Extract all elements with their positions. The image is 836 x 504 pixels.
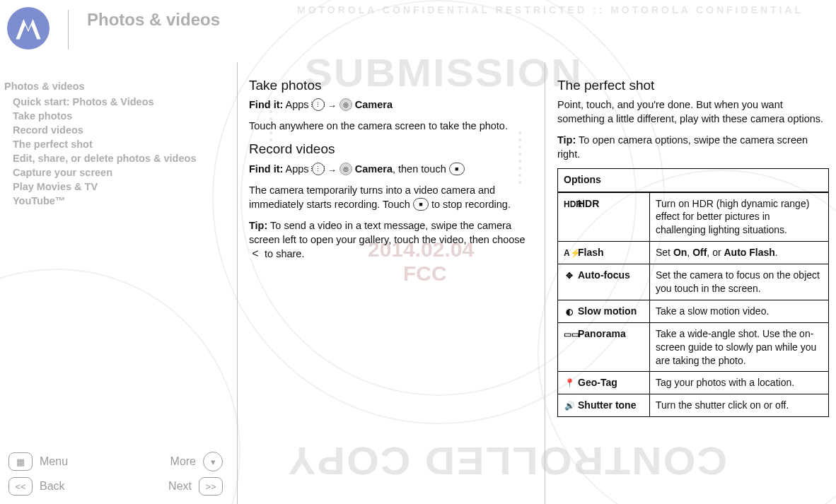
content-column-a: Take photos Find it: Apps ⋮⋮⋮ → ◎ Camera…: [249, 76, 532, 268]
apps-grid-icon: ⋮⋮⋮: [312, 98, 325, 111]
take-photos-body: Touch anywhere on the camera screen to t…: [249, 119, 532, 133]
nav-item[interactable]: Take photos: [4, 109, 227, 123]
next-icon: >>: [199, 477, 223, 496]
content-column-b: The perfect shot Point, touch, and you'r…: [557, 76, 829, 417]
arrow-icon: →: [327, 100, 337, 111]
find-it-line: Find it: Apps ⋮⋮⋮ → ◎ Camera: [249, 98, 532, 112]
tip-body-b: to share.: [262, 248, 304, 259]
table-row: HDRHDR Turn on HDR (high dynamic range) …: [558, 192, 829, 242]
slowmo-icon: ◐: [564, 306, 575, 317]
autofocus-icon: ✥: [564, 270, 575, 281]
find-it-line: Find it: Apps ⋮⋮⋮ → ◎ Camera, then touch…: [249, 162, 532, 176]
option-name: Auto-focus: [578, 269, 630, 281]
flash-icon: A⚡: [564, 247, 575, 259]
panorama-icon: ▭▭: [564, 329, 575, 340]
then-touch-text: , then touch: [393, 163, 446, 175]
options-table: Options HDRHDR Turn on HDR (high dynamic…: [557, 168, 829, 417]
column-divider: [237, 62, 238, 504]
column-divider: [545, 62, 545, 504]
record-tip: Tip: To send a video in a text message, …: [249, 218, 532, 261]
option-desc: Take a wide-angle shot. Use the on-scree…: [650, 322, 829, 372]
tip-label: Tip:: [557, 134, 576, 146]
camera-word: Camera: [355, 163, 393, 175]
page-title: Photos & videos: [87, 10, 220, 30]
geotag-icon: 📍: [564, 377, 575, 389]
menu-label: Menu: [40, 455, 68, 468]
find-it-label: Find it:: [249, 163, 283, 175]
back-label: Back: [40, 480, 65, 493]
next-label: Next: [168, 480, 192, 493]
apps-word: Apps: [286, 163, 309, 175]
back-icon: <<: [8, 477, 33, 496]
header-divider: [68, 10, 69, 49]
motorola-logo: [7, 7, 50, 49]
table-row: A⚡Flash Set On, Off, or Auto Flash.: [558, 242, 829, 264]
nav-item[interactable]: Record videos: [4, 123, 227, 137]
table-row: ◐Slow motion Take a slow motion video.: [558, 300, 829, 322]
video-record-icon: ■: [449, 163, 465, 175]
more-button[interactable]: More ▾: [170, 452, 223, 471]
perfect-shot-intro: Point, touch, and you're done. But when …: [557, 98, 829, 126]
nav-item[interactable]: The perfect shot: [4, 137, 227, 151]
option-desc: Turn the shutter click on or off.: [650, 394, 829, 417]
options-th: Options: [558, 169, 829, 192]
table-row: ▭▭Panorama Take a wide-angle shot. Use t…: [558, 322, 829, 372]
more-label: More: [170, 455, 196, 468]
menu-button[interactable]: ▦ Menu: [8, 452, 68, 471]
arrow-icon: →: [327, 165, 337, 175]
option-name: Flash: [578, 247, 604, 258]
hdr-icon: HDR: [564, 199, 575, 210]
apps-grid-icon: ⋮⋮⋮: [312, 163, 325, 175]
table-row: 📍Geo-Tag Tag your photos with a location…: [558, 372, 829, 394]
next-button[interactable]: Next >>: [168, 477, 223, 496]
tip-label: Tip:: [249, 220, 267, 231]
tip-body-a: To send a video in a text message, swipe…: [249, 220, 526, 245]
nav-item[interactable]: Play Movies & TV: [4, 180, 227, 194]
camera-app-icon: ◎: [339, 98, 352, 111]
shutter-icon: 🔊: [564, 400, 575, 411]
option-desc: Tag your photos with a location.: [650, 372, 829, 394]
nav-item[interactable]: YouTube™: [4, 194, 227, 208]
menu-icon: ▦: [8, 452, 33, 471]
heading-take-photos: Take photos: [249, 76, 532, 95]
option-desc: Turn on HDR (high dynamic range) effect …: [650, 192, 829, 242]
tip-body: To open camera options, swipe the camera…: [557, 134, 808, 160]
heading-perfect-shot: The perfect shot: [557, 76, 829, 95]
nav-item[interactable]: Capture your screen: [4, 165, 227, 180]
option-desc: Set the camera to focus on the object yo…: [650, 264, 829, 300]
apps-word: Apps: [286, 99, 309, 110]
record-body: The camera temporarily turns into a vide…: [249, 183, 532, 211]
stop-icon: ■: [413, 198, 429, 211]
option-desc: Take a slow motion video.: [650, 300, 829, 322]
option-desc: Set On, Off, or Auto Flash.: [650, 242, 829, 264]
more-icon: ▾: [203, 452, 223, 471]
perfect-shot-tip: Tip: To open camera options, swipe the c…: [557, 133, 829, 161]
option-name: Panorama: [578, 328, 626, 339]
camera-word: Camera: [355, 99, 393, 110]
back-button[interactable]: << Back: [8, 477, 65, 496]
option-name: Slow motion: [578, 305, 637, 317]
camera-app-icon: ◎: [339, 163, 352, 175]
option-name: HDR: [578, 198, 599, 209]
nav-section-head[interactable]: Photos & videos: [4, 79, 227, 93]
nav-item[interactable]: Quick start: Photos & Videos: [4, 95, 227, 109]
option-name: Shutter tone: [578, 399, 636, 411]
table-row: ✥Auto-focus Set the camera to focus on t…: [558, 264, 829, 300]
table-row: 🔊Shutter tone Turn the shutter click on …: [558, 394, 829, 417]
option-name: Geo-Tag: [578, 377, 617, 388]
share-icon: <: [249, 247, 262, 260]
find-it-label: Find it:: [249, 99, 283, 110]
header: Photos & videos: [0, 0, 836, 55]
sidebar-nav: Photos & videos Quick start: Photos & Vi…: [4, 79, 227, 208]
wm-controlled: CONTROLLED COPY: [286, 438, 727, 484]
nav-item[interactable]: Edit, share, or delete photos & videos: [4, 151, 227, 165]
record-body-b: to stop recording.: [431, 199, 511, 210]
footer-controls: ▦ Menu More ▾ << Back Next >>: [4, 449, 227, 498]
heading-record-videos: Record videos: [249, 140, 532, 158]
